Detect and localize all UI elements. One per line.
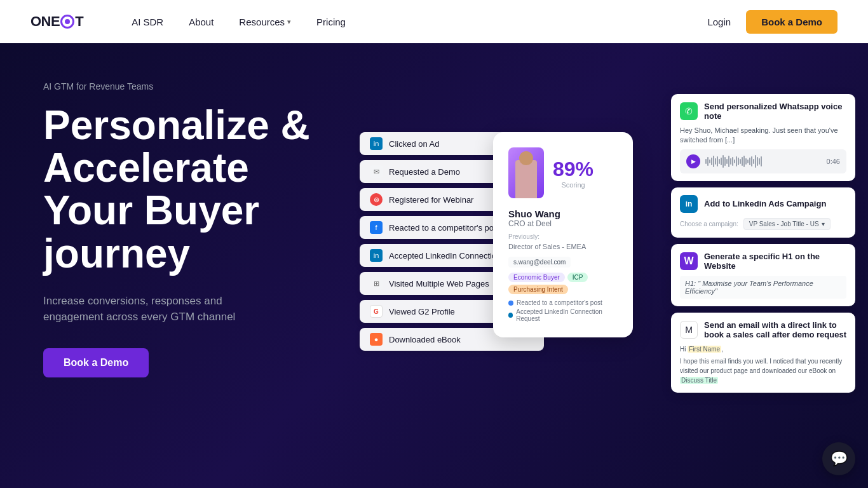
dot-icon: [508, 301, 513, 306]
gmail-icon: M: [680, 321, 698, 339]
chevron-down-icon: ▾: [822, 220, 825, 227]
card-title: Add to Linkedin Ads Campaign: [704, 199, 826, 208]
avatar-figure: [515, 160, 537, 198]
card-title: Send an email with a direct link to book…: [704, 320, 846, 339]
chat-icon: 💬: [831, 451, 848, 467]
avatar: [508, 147, 544, 198]
hero-visual: in Clicked on Ad ✉ Requested a Demo ⊗ Re…: [347, 69, 868, 488]
logo-text-2: T: [75, 13, 83, 30]
profile-tags: Economic Buyer ICP Purchasing Intent: [508, 273, 618, 294]
score-display: 89% Scoring: [553, 158, 593, 189]
linkedin-icon: in: [370, 137, 383, 150]
profile-job-title: CRO at Deel: [508, 219, 618, 228]
profile-name: Shuo Wang: [508, 208, 618, 219]
browser-icon: ⊞: [370, 277, 383, 290]
profile-top: 89% Scoring: [508, 147, 618, 198]
gmail-card: M Send an email with a direct link to bo…: [671, 313, 855, 393]
navigation: ONE T AI SDR About Resources ▾ Pricing L…: [0, 0, 868, 43]
email-icon: ✉: [370, 165, 383, 178]
campaign-row: Choose a campaign: VP Sales - Job Title …: [680, 218, 846, 230]
hero-left: AI GTM for Revenue Teams Personalize & A…: [43, 81, 336, 377]
tag-economic-buyer: Economic Buyer: [508, 273, 565, 282]
score-label: Scoring: [561, 181, 585, 189]
profile-email: s.wang@deel.com: [508, 257, 571, 268]
profile-previous-label: Previously:: [508, 233, 618, 240]
card-title: Send personalized Whatsapp voice note: [704, 102, 846, 121]
linkedin-icon: in: [680, 195, 698, 213]
nav-about[interactable]: About: [179, 11, 224, 32]
login-button[interactable]: Login: [707, 17, 731, 27]
hero-subtitle: Increase conversions, responses and enga…: [43, 293, 285, 325]
nav-actions: Login Book a Demo: [707, 10, 837, 34]
chat-bubble-button[interactable]: 💬: [822, 442, 855, 475]
website-icon: W: [680, 252, 698, 270]
logo-text: ONE: [31, 13, 60, 30]
webinar-icon: ⊗: [370, 193, 383, 206]
nav-ai-sdr[interactable]: AI SDR: [121, 11, 173, 32]
hero-section: AI GTM for Revenue Teams Personalize & A…: [0, 43, 868, 488]
linkedin-campaign-card: in Add to Linkedin Ads Campaign Choose a…: [671, 187, 855, 238]
profile-prev-role: Director of Sales - EMEA: [508, 243, 618, 250]
profile-card: 89% Scoring Shuo Wang CRO at Deel Previo…: [493, 132, 633, 337]
dot-icon-2: [508, 313, 513, 318]
duration-label: 0:46: [827, 158, 840, 165]
audio-player[interactable]: ▶: [680, 149, 846, 173]
hero-tag: AI GTM for Revenue Teams: [43, 81, 336, 92]
chevron-down-icon: ▾: [287, 18, 291, 26]
tag-icp: ICP: [567, 273, 588, 282]
google-icon: G: [370, 305, 383, 318]
tag-purchasing-intent: Purchasing Intent: [508, 285, 568, 294]
whatsapp-icon: ✆: [680, 102, 698, 120]
campaign-label: Choose a campaign:: [680, 220, 738, 227]
website-h1-card: W Generate a specific H1 on the Website …: [671, 244, 855, 306]
right-action-cards: ✆ Send personalized Whatsapp voice note …: [671, 94, 855, 393]
logo-icon: [60, 15, 74, 29]
profile-actions: Reacted to a competitor's post Accepted …: [508, 299, 618, 322]
card-header: M Send an email with a direct link to bo…: [680, 320, 846, 339]
card-header: ✆ Send personalized Whatsapp voice note: [680, 102, 846, 121]
score-number: 89%: [553, 158, 593, 181]
waveform: [705, 155, 822, 168]
nav-links: AI SDR About Resources ▾ Pricing: [121, 11, 682, 32]
card-header: W Generate a specific H1 on the Website: [680, 252, 846, 271]
play-button[interactable]: ▶: [686, 154, 700, 168]
card-title: Generate a specific H1 on the Website: [704, 252, 846, 271]
card-message: Hey Shuo, Michael speaking. Just seen th…: [680, 126, 846, 146]
logo[interactable]: ONE T: [31, 13, 83, 30]
whatsapp-card: ✆ Send personalized Whatsapp voice note …: [671, 94, 855, 181]
card-header: in Add to Linkedin Ads Campaign: [680, 195, 846, 213]
linkedin-icon-2: in: [370, 249, 383, 262]
campaign-select[interactable]: VP Sales - Job Title - US ▾: [743, 218, 831, 230]
email-body: Hi First Name, I hope this email finds y…: [680, 344, 846, 385]
book-demo-nav-button[interactable]: Book a Demo: [746, 10, 837, 34]
list-item: Accepted LinkedIn Connection Request: [508, 308, 618, 322]
list-item: Reacted to a competitor's post: [508, 299, 618, 306]
book-demo-hero-button[interactable]: Book a Demo: [43, 348, 149, 377]
nav-pricing[interactable]: Pricing: [306, 11, 356, 32]
facebook-icon: f: [370, 221, 383, 234]
nav-resources[interactable]: Resources ▾: [229, 11, 301, 32]
hub-icon: ●: [370, 333, 383, 346]
highlight-first-name: First Name: [688, 346, 721, 353]
h1-generated-text: H1: " Maximise your Team's Performance E…: [680, 276, 846, 299]
hero-title: Personalize & Accelerate Your Buyer jour…: [43, 104, 336, 275]
highlight-ebook-title: Discuss Title: [680, 377, 718, 384]
